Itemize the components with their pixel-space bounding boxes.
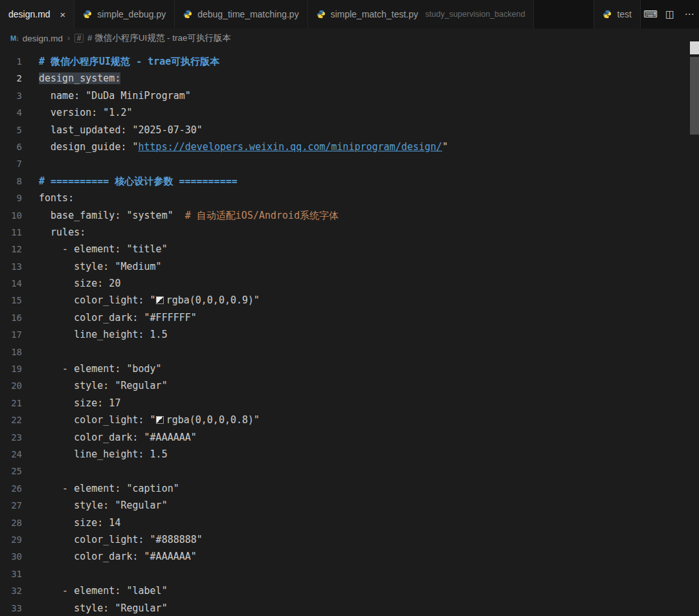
code-line[interactable]: 5 last_updated: "2025-07-30" — [0, 122, 699, 138]
code-text: design_guide: "https://developers.weixin… — [39, 138, 699, 155]
code-line[interactable]: 31 — [0, 566, 699, 582]
code-token-heading: # ========== 核心设计参数 ========== — [39, 175, 238, 187]
tab-folder-description: study_supervision_backend — [425, 10, 525, 19]
code-line[interactable]: 27 style: "Regular" — [0, 497, 699, 514]
code-line[interactable]: 14 size: 20 — [0, 275, 699, 292]
code-line[interactable]: 9fonts: — [0, 190, 699, 206]
code-text: line_height: 1.5 — [39, 326, 699, 343]
code-text: color_dark: "#AAAAAA" — [39, 429, 699, 446]
tab-debug-time-matching-py[interactable]: debug_time_matching.py — [175, 0, 307, 28]
code-token-text: size: 14 — [39, 517, 120, 529]
code-token-text: style: "Regular" — [39, 602, 168, 614]
code-token-text: color_dark: "#FFFFFF" — [39, 312, 197, 324]
code-text: fonts: — [39, 190, 699, 206]
code-text: color_light: "rgba(0,0,0,0.8)" — [39, 412, 699, 428]
chevron-right-icon: › — [67, 34, 70, 43]
code-line[interactable]: 10 base_family: "system" # 自动适配iOS/Andro… — [0, 207, 699, 224]
code-text — [39, 463, 699, 479]
code-token-text: style: "Regular" — [39, 500, 168, 511]
code-text: design_system: — [39, 70, 699, 87]
close-icon[interactable]: × — [60, 10, 66, 19]
python-icon — [316, 10, 326, 19]
code-line[interactable]: 4 version: "1.2" — [0, 104, 699, 121]
keyboard-icon[interactable]: ⌨ — [641, 0, 660, 28]
code-line[interactable]: 7 — [0, 155, 699, 172]
code-token-text: style: "Regular" — [39, 380, 168, 391]
line-number: 30 — [0, 548, 39, 565]
more-actions-icon[interactable]: ⋯ — [680, 0, 699, 28]
code-line[interactable]: 33 style: "Regular" — [0, 600, 699, 616]
code-line[interactable]: 23 color_dark: "#AAAAAA" — [0, 429, 699, 446]
code-line[interactable]: 15 color_light: "rgba(0,0,0,0.9)" — [0, 292, 699, 309]
tab-label: simple_match_test.py — [331, 9, 418, 19]
code-line[interactable]: 16 color_dark: "#FFFFFF" — [0, 309, 699, 326]
code-line[interactable]: 20 style: "Regular" — [0, 377, 699, 394]
line-number: 18 — [0, 344, 39, 360]
code-area[interactable]: 1# 微信小程序UI规范 - trae可执行版本2design_system:3… — [0, 48, 699, 616]
code-token-text: design_system: — [39, 72, 120, 84]
tab-test[interactable]: test — [594, 0, 641, 28]
tab-group-right: test ⌨ ◫ ⋯ — [594, 0, 699, 28]
code-line[interactable]: 8# ========== 核心设计参数 ========== — [0, 173, 699, 190]
tab-simple-match-test-py[interactable]: simple_match_test.py study_supervision_b… — [308, 0, 535, 28]
breadcrumb-label: # 微信小程序UI规范 - trae可执行版本 — [87, 32, 231, 44]
scrollbar-thumb[interactable] — [690, 57, 699, 135]
breadcrumb-symbol[interactable]: # # 微信小程序UI规范 - trae可执行版本 — [74, 32, 231, 44]
code-token-text: rgba(0,0,0,0.9)" — [166, 294, 260, 306]
code-text: # 微信小程序UI规范 - trae可执行版本 — [39, 53, 699, 70]
line-number: 10 — [0, 207, 39, 224]
code-token-text: - element: "caption" — [39, 483, 179, 494]
code-text: - element: "label" — [39, 582, 699, 599]
code-line[interactable]: 28 size: 14 — [0, 514, 699, 531]
code-token-text: base_family: "system" — [39, 210, 185, 221]
line-number: 4 — [0, 104, 39, 121]
tab-group-left: design.md × simple_debug.py debug_time_m… — [0, 0, 534, 28]
code-text — [39, 344, 699, 360]
code-token-link: https://developers.weixin.qq.com/minipro… — [139, 141, 443, 153]
tab-design-md[interactable]: design.md × — [0, 0, 74, 28]
line-number: 11 — [0, 224, 39, 241]
code-line[interactable]: 25 — [0, 463, 699, 479]
line-number: 6 — [0, 138, 39, 155]
code-line[interactable]: 32 - element: "label" — [0, 582, 699, 599]
code-token-text: color_dark: "#AAAAAA" — [39, 551, 197, 562]
code-line[interactable]: 2design_system: — [0, 70, 699, 87]
color-swatch[interactable] — [156, 416, 164, 424]
code-line[interactable]: 30 color_dark: "#AAAAAA" — [0, 548, 699, 565]
tab-simple-debug-py[interactable]: simple_debug.py — [74, 0, 175, 28]
code-line[interactable]: 11 rules: — [0, 224, 699, 241]
line-number: 14 — [0, 275, 39, 292]
code-text: version: "1.2" — [39, 104, 699, 121]
line-number: 24 — [0, 446, 39, 463]
scrollbar-decoration — [690, 41, 699, 54]
code-line[interactable]: 21 size: 17 — [0, 395, 699, 412]
tab-label: debug_time_matching.py — [197, 9, 298, 19]
code-line[interactable]: 24 line_height: 1.5 — [0, 446, 699, 463]
layout-icon[interactable]: ◫ — [660, 0, 680, 28]
breadcrumb-file[interactable]: M↓ design.md — [10, 34, 63, 43]
color-swatch[interactable] — [156, 296, 164, 304]
code-line[interactable]: 3 name: "DuDa MiniProgram" — [0, 87, 699, 104]
code-token-text: size: 20 — [39, 278, 120, 289]
line-number: 19 — [0, 360, 39, 377]
code-line[interactable]: 29 color_light: "#888888" — [0, 531, 699, 548]
breadcrumb: M↓ design.md › # # 微信小程序UI规范 - trae可执行版本 — [0, 28, 699, 48]
code-line[interactable]: 22 color_light: "rgba(0,0,0,0.8)" — [0, 412, 699, 428]
line-number: 25 — [0, 463, 39, 479]
code-token-text: style: "Medium" — [39, 261, 162, 272]
code-line[interactable]: 19 - element: "body" — [0, 360, 699, 377]
line-number: 8 — [0, 173, 39, 190]
python-icon — [83, 10, 92, 19]
code-line[interactable]: 17 line_height: 1.5 — [0, 326, 699, 343]
line-number: 2 — [0, 70, 39, 87]
code-token-text: line_height: 1.5 — [39, 448, 168, 460]
code-text: base_family: "system" # 自动适配iOS/Android系… — [39, 207, 699, 224]
code-line[interactable]: 26 - element: "caption" — [0, 480, 699, 497]
code-line[interactable]: 1# 微信小程序UI规范 - trae可执行版本 — [0, 53, 699, 70]
code-line[interactable]: 12 - element: "title" — [0, 241, 699, 258]
tab-label: design.md — [8, 9, 50, 19]
code-line[interactable]: 18 — [0, 344, 699, 360]
code-line[interactable]: 13 style: "Medium" — [0, 258, 699, 275]
code-token-text: color_light: "#888888" — [39, 534, 203, 545]
code-line[interactable]: 6 design_guide: "https://developers.weix… — [0, 138, 699, 155]
